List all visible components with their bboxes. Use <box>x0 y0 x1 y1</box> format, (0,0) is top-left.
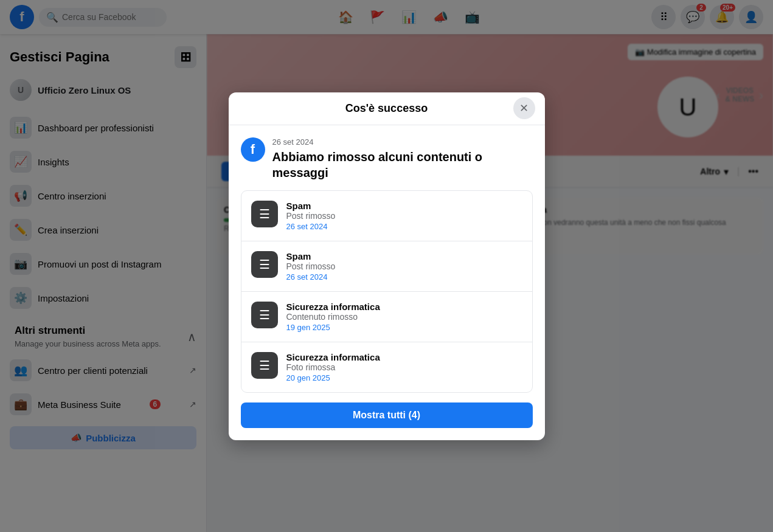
modal-close-button[interactable]: ✕ <box>513 97 535 119</box>
item-details: Spam Post rimosso 26 set 2024 <box>286 251 336 282</box>
item-details: Sicurezza informatica Contenuto rimosso … <box>286 302 380 332</box>
items-container: ☰ Spam Post rimosso 26 set 2024 ☰ Spam P… <box>241 190 533 393</box>
modal-info-text: 26 set 2024 Abbiamo rimosso alcuni conte… <box>272 137 533 181</box>
list-item: ☰ Spam Post rimosso 26 set 2024 <box>241 241 532 292</box>
item-date: 26 set 2024 <box>286 272 336 282</box>
item-details: Sicurezza informatica Foto rimossa 20 ge… <box>286 352 380 382</box>
item-title: Spam <box>286 201 336 211</box>
list-item: ☰ Sicurezza informatica Contenuto rimoss… <box>241 292 532 342</box>
item-subtitle: Foto rimossa <box>286 362 380 372</box>
modal-header: Cos'è successo ✕ <box>229 92 545 125</box>
item-title: Sicurezza informatica <box>286 302 380 312</box>
modal: Cos'è successo ✕ f 26 set 2024 Abbiamo r… <box>229 92 545 440</box>
item-icon: ☰ <box>251 352 278 379</box>
item-details: Spam Post rimosso 26 set 2024 <box>286 201 336 231</box>
item-subtitle: Post rimosso <box>286 211 336 221</box>
item-subtitle: Post rimosso <box>286 261 336 271</box>
list-item: ☰ Spam Post rimosso 26 set 2024 <box>241 191 532 241</box>
modal-overlay[interactable]: Cos'è successo ✕ f 26 set 2024 Abbiamo r… <box>0 0 773 532</box>
item-title: Sicurezza informatica <box>286 352 380 362</box>
item-subtitle: Contenuto rimosso <box>286 312 380 322</box>
show-all-button[interactable]: Mostra tutti (4) <box>241 402 533 428</box>
item-date: 26 set 2024 <box>286 222 336 231</box>
modal-title: Cos'è successo <box>345 102 428 115</box>
item-icon: ☰ <box>251 302 278 328</box>
modal-body: f 26 set 2024 Abbiamo rimosso alcuni con… <box>229 125 545 440</box>
item-icon: ☰ <box>251 201 278 227</box>
modal-date: 26 set 2024 <box>272 137 533 147</box>
modal-headline: Abbiamo rimosso alcuni contenuti o messa… <box>272 149 533 181</box>
modal-fb-icon: f <box>241 137 265 162</box>
modal-info-header: f 26 set 2024 Abbiamo rimosso alcuni con… <box>241 137 533 181</box>
item-icon: ☰ <box>251 251 278 278</box>
list-item: ☰ Sicurezza informatica Foto rimossa 20 … <box>241 342 532 392</box>
item-title: Spam <box>286 251 336 261</box>
item-date: 19 gen 2025 <box>286 323 380 332</box>
item-date: 20 gen 2025 <box>286 373 380 382</box>
